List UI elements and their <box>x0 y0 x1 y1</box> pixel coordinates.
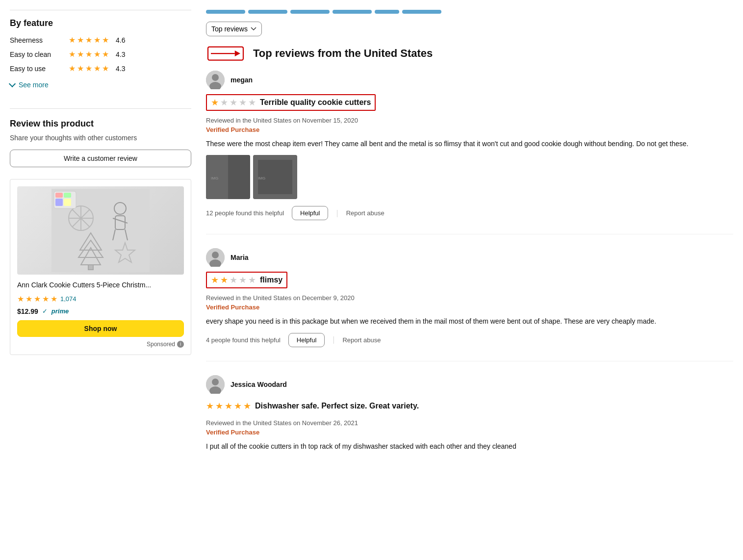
review-date: Reviewed in the United States on Decembe… <box>206 294 733 302</box>
reviewer-name[interactable]: Maria <box>231 254 249 261</box>
top-reviews-heading-row: Top reviews from the United States <box>206 46 733 61</box>
helpful-button[interactable]: Helpful <box>288 333 325 347</box>
star-full: ★ <box>26 294 32 304</box>
review-images[interactable]: IMG IMG <box>206 155 733 199</box>
sort-select[interactable]: Top reviews Most recent <box>206 22 262 36</box>
divider: | <box>333 335 334 344</box>
svg-text:IMG: IMG <box>211 176 218 180</box>
svg-point-35 <box>212 252 219 258</box>
progress-bar <box>402 10 441 14</box>
review-stars: ★ ★ ★ ★ ★ <box>211 275 256 285</box>
star-empty: ★ <box>248 97 256 108</box>
review-card: Jessica Woodard ★ ★ ★ ★ ★ Dishwasher saf… <box>206 375 733 471</box>
feature-row-easy-to-clean: Easy to clean ★ ★ ★ ★ ★ 4.3 <box>10 50 191 59</box>
star-full: ★ <box>206 401 214 411</box>
star-full: ★ <box>69 35 76 45</box>
prime-check-icon: ✓ <box>42 307 48 315</box>
reviewer-name[interactable]: megan <box>231 76 253 84</box>
avatar <box>206 71 225 89</box>
star-full: ★ <box>220 275 228 285</box>
review-title: Terrible quality cookie cutters <box>260 98 371 107</box>
feature-stars-easy-to-use: ★ ★ ★ ★ ★ <box>69 64 109 73</box>
star-full: ★ <box>34 294 41 304</box>
ad-product-image <box>17 186 184 275</box>
star-empty: ★ <box>239 97 247 108</box>
sidebar: By feature Sheerness ★ ★ ★ ★ ★ 4.6 Easy … <box>10 10 191 485</box>
review-title-box: ★ ★ ★ ★ ★ Terrible quality cookie cutter… <box>206 94 376 111</box>
by-feature-section: By feature Sheerness ★ ★ ★ ★ ★ 4.6 Easy … <box>10 10 191 103</box>
review-stars: ★ ★ ★ ★ ★ <box>206 401 251 411</box>
ad-price: $12.99 <box>17 307 38 315</box>
prime-label: prime <box>51 307 69 315</box>
feature-label-easy-to-clean: Easy to clean <box>10 51 64 58</box>
write-review-button[interactable]: Write a customer review <box>10 150 191 167</box>
helpful-text: 4 people found this helpful <box>206 336 281 344</box>
review-image-thumb[interactable]: IMG <box>206 155 250 199</box>
see-more-label: See more <box>19 81 49 89</box>
ad-product-name: Ann Clark Cookie Cutters 5-Piece Christm… <box>17 280 184 290</box>
see-more-link[interactable]: See more <box>10 81 49 89</box>
svg-rect-18 <box>64 193 71 198</box>
sponsored-ad: Ann Clark Cookie Cutters 5-Piece Christm… <box>10 179 191 355</box>
star-half: ★ <box>102 50 109 59</box>
feature-score-sheerness: 4.6 <box>116 36 125 44</box>
star-empty: ★ <box>220 97 228 108</box>
svg-rect-19 <box>55 199 63 206</box>
star-full: ★ <box>211 97 219 108</box>
progress-bars-row <box>206 10 733 14</box>
sort-dropdown-container: Top reviews Most recent <box>206 22 733 36</box>
review-date: Reviewed in the United States on Novembe… <box>206 117 733 124</box>
review-body: every shape you need is in this package … <box>206 316 733 327</box>
star-full: ★ <box>243 401 251 411</box>
svg-rect-20 <box>64 199 71 206</box>
star-full: ★ <box>42 294 49 304</box>
ad-rating-count[interactable]: 1,074 <box>60 295 77 303</box>
review-body: These were the most cheap item ever! The… <box>206 138 733 149</box>
feature-stars-easy-to-clean: ★ ★ ★ ★ ★ <box>69 50 109 59</box>
star-full: ★ <box>211 275 219 285</box>
avatar <box>206 375 225 394</box>
svg-point-38 <box>212 379 219 385</box>
helpful-button[interactable]: Helpful <box>292 206 328 220</box>
progress-bar <box>206 10 245 14</box>
star-full: ★ <box>69 64 76 73</box>
feature-label-easy-to-use: Easy to use <box>10 65 64 73</box>
reviewer-row: Maria <box>206 248 733 267</box>
review-card: megan ★ ★ ★ ★ ★ Terrible quality cookie … <box>206 71 733 234</box>
progress-bar <box>375 10 399 14</box>
star-full: ★ <box>69 50 76 59</box>
progress-bar <box>248 10 287 14</box>
cookie-cutter-art <box>17 186 184 275</box>
feature-label-sheerness: Sheerness <box>10 36 64 44</box>
review-title-box: ★ ★ ★ ★ ★ flimsy <box>206 272 287 288</box>
star-half: ★ <box>102 35 109 45</box>
star-full: ★ <box>17 294 24 304</box>
helpful-text: 12 people found this helpful <box>206 209 284 217</box>
star-full: ★ <box>85 50 92 59</box>
progress-bar <box>290 10 330 14</box>
main-content: Top reviews Most recent Top reviews from… <box>206 10 733 485</box>
svg-point-25 <box>212 74 219 81</box>
verified-purchase-badge: Verified Purchase <box>206 126 733 133</box>
reviewer-name[interactable]: Jessica Woodard <box>231 381 287 388</box>
shop-now-button[interactable]: Shop now <box>17 320 184 337</box>
review-title-box-no-border: ★ ★ ★ ★ ★ Dishwasher safe. Perfect size.… <box>206 399 419 413</box>
avatar <box>206 248 225 267</box>
svg-rect-17 <box>55 193 63 198</box>
review-product-subtitle: Share your thoughts with other customers <box>10 134 191 142</box>
review-image-thumb[interactable]: IMG <box>253 155 297 199</box>
svg-text:IMG: IMG <box>258 176 265 180</box>
star-full: ★ <box>234 401 242 411</box>
reviewer-row: Jessica Woodard <box>206 375 733 394</box>
report-abuse-link[interactable]: Report abuse <box>346 209 384 217</box>
review-body: I put all of the cookie cutters in th to… <box>206 441 733 452</box>
review-date: Reviewed in the United States on Novembe… <box>206 419 733 427</box>
feature-score-easy-to-use: 4.3 <box>116 65 125 73</box>
report-abuse-link[interactable]: Report abuse <box>342 336 381 344</box>
star-full: ★ <box>94 64 101 73</box>
info-icon[interactable]: i <box>177 341 184 348</box>
feature-row-easy-to-use: Easy to use ★ ★ ★ ★ ★ 4.3 <box>10 64 191 73</box>
sponsored-text: Sponsored <box>147 341 175 348</box>
star-full: ★ <box>215 401 223 411</box>
divider: | <box>336 209 338 218</box>
